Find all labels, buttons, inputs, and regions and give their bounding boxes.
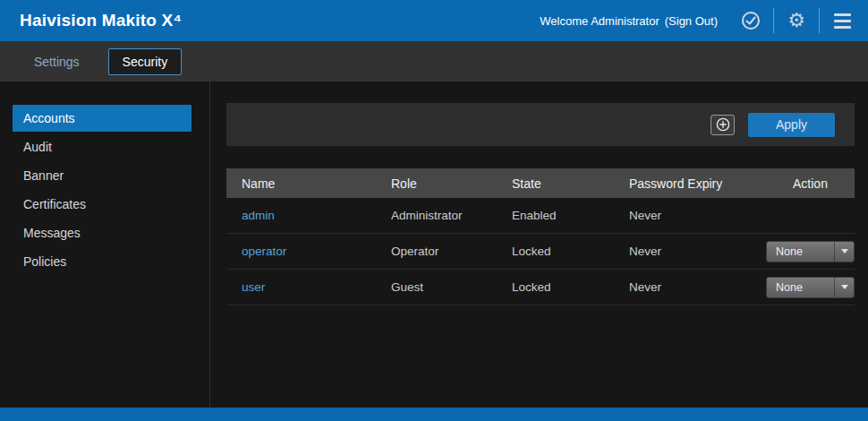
- toolbar-separator: [819, 8, 820, 33]
- account-role: Administrator: [391, 209, 512, 222]
- column-header-expiry: Password Expiry: [629, 176, 766, 191]
- table-row: user Guest Locked Never None: [226, 270, 855, 305]
- chevron-down-icon: [834, 278, 854, 297]
- status-button[interactable]: [737, 7, 764, 34]
- action-dropdown[interactable]: None: [766, 277, 855, 298]
- account-expiry: Never: [629, 209, 766, 222]
- tab-settings[interactable]: Settings: [25, 49, 89, 74]
- account-name-link[interactable]: operator: [242, 245, 286, 258]
- top-bar-right: Welcome Administrator (Sign Out) ⚙: [540, 7, 855, 34]
- account-role: Guest: [391, 280, 512, 294]
- settings-gear-button[interactable]: ⚙: [783, 7, 810, 34]
- account-name-link[interactable]: admin: [242, 209, 275, 222]
- column-header-action: Action: [766, 176, 855, 191]
- toolbar-separator: [773, 8, 774, 33]
- status-icon: [741, 11, 761, 30]
- accounts-table: Name Role State Password Expiry Action a…: [226, 168, 855, 305]
- sign-out-link[interactable]: (Sign Out): [665, 14, 718, 28]
- brand-logo[interactable]: Haivision Makito X⁴: [20, 11, 182, 30]
- sidebar-item-policies[interactable]: Policies: [13, 248, 191, 275]
- tab-bar: Settings Security: [0, 41, 868, 82]
- sidebar-item-messages[interactable]: Messages: [13, 219, 191, 246]
- welcome-text: Welcome Administrator: [540, 14, 659, 28]
- add-account-button[interactable]: [711, 115, 735, 135]
- accounts-toolbar: Apply: [226, 103, 855, 146]
- account-state: Locked: [512, 245, 629, 258]
- apply-button[interactable]: Apply: [748, 113, 835, 137]
- account-action: None: [766, 277, 855, 298]
- table-row: operator Operator Locked Never None: [226, 234, 855, 270]
- action-dropdown-value: None: [767, 281, 834, 294]
- sidebar-item-certificates[interactable]: Certificates: [13, 191, 191, 218]
- account-expiry: Never: [629, 280, 766, 294]
- tab-security[interactable]: Security: [108, 48, 183, 75]
- content-area: Accounts Audit Banner Certificates Messa…: [0, 82, 868, 408]
- account-state: Locked: [512, 280, 629, 294]
- sidebar-item-accounts[interactable]: Accounts: [13, 105, 191, 132]
- top-bar: Haivision Makito X⁴ Welcome Administrato…: [0, 0, 868, 41]
- gear-icon: ⚙: [787, 11, 805, 30]
- account-expiry: Never: [629, 245, 766, 258]
- column-header-state: State: [512, 176, 629, 191]
- table-header-row: Name Role State Password Expiry Action: [226, 168, 855, 198]
- action-dropdown[interactable]: None: [766, 241, 855, 262]
- footer-bar: [0, 408, 868, 421]
- menu-button[interactable]: [829, 7, 855, 34]
- menu-icon: [834, 13, 851, 29]
- account-name-link[interactable]: user: [242, 280, 265, 294]
- account-action: None: [766, 241, 855, 262]
- action-dropdown-value: None: [767, 245, 834, 258]
- column-header-role: Role: [391, 176, 512, 191]
- sidebar-item-audit[interactable]: Audit: [13, 133, 191, 160]
- account-role: Operator: [391, 245, 512, 258]
- page: Haivision Makito X⁴ Welcome Administrato…: [0, 0, 868, 421]
- plus-icon: [716, 117, 730, 132]
- account-state: Enabled: [512, 209, 629, 222]
- column-header-name: Name: [226, 176, 391, 191]
- sidebar: Accounts Audit Banner Certificates Messa…: [0, 82, 210, 408]
- chevron-down-icon: [834, 242, 854, 262]
- sidebar-item-banner[interactable]: Banner: [13, 162, 191, 189]
- main-content: Apply Name Role State Password Expiry Ac…: [210, 82, 868, 408]
- table-row: admin Administrator Enabled Never: [226, 198, 855, 234]
